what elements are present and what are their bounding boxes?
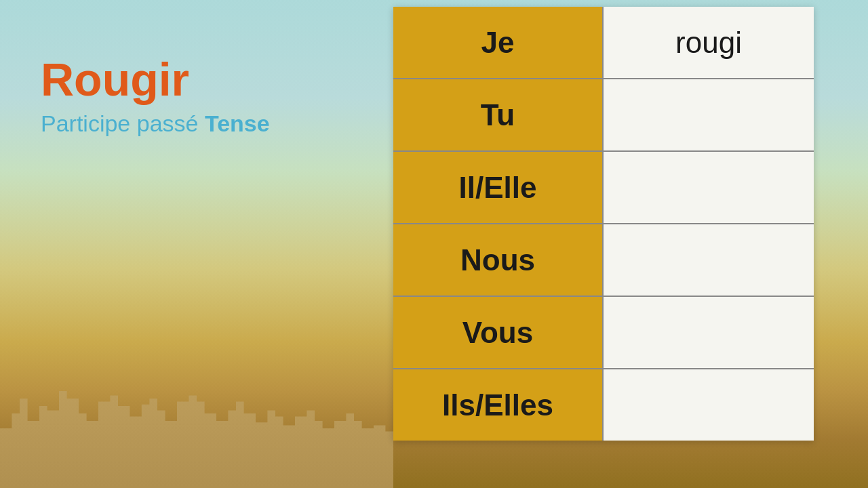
- conjugation-cell: [604, 79, 814, 150]
- pronoun-cell: Il/Elle: [393, 152, 604, 223]
- pronoun-cell: Vous: [393, 297, 604, 368]
- pronoun-cell: Ils/Elles: [393, 369, 604, 441]
- conjugation-table: JerougiTuIl/ElleNousVousIls/Elles: [393, 7, 814, 441]
- pronoun-text: Nous: [460, 243, 535, 277]
- conjugation-cell: [604, 297, 814, 368]
- pronoun-text: Ils/Elles: [442, 388, 553, 422]
- conjugation-cell: [604, 224, 814, 296]
- pronoun-text: Vous: [462, 316, 533, 350]
- verb-title: Rougir: [41, 54, 270, 105]
- subtitle-part1: Participe passé: [41, 110, 198, 136]
- table-row: Jerougi: [393, 7, 814, 79]
- conjugation-cell: [604, 152, 814, 223]
- pronoun-text: Tu: [481, 98, 515, 132]
- title-section: Rougir Participe passé Tense: [41, 54, 270, 137]
- pronoun-cell: Tu: [393, 79, 604, 150]
- table-row: Il/Elle: [393, 152, 814, 224]
- subtitle-part2: Tense: [205, 110, 270, 136]
- tense-subtitle: Participe passé Tense: [41, 110, 270, 137]
- pronoun-text: Je: [481, 26, 515, 60]
- table-row: Tu: [393, 79, 814, 152]
- conjugation-cell: rougi: [604, 7, 814, 78]
- table-row: Ils/Elles: [393, 369, 814, 441]
- pronoun-cell: Je: [393, 7, 604, 78]
- pronoun-text: Il/Elle: [459, 171, 537, 205]
- table-row: Vous: [393, 297, 814, 369]
- pronoun-cell: Nous: [393, 224, 604, 296]
- conjugation-cell: [604, 369, 814, 441]
- conjugation-text: rougi: [675, 26, 742, 60]
- table-row: Nous: [393, 224, 814, 297]
